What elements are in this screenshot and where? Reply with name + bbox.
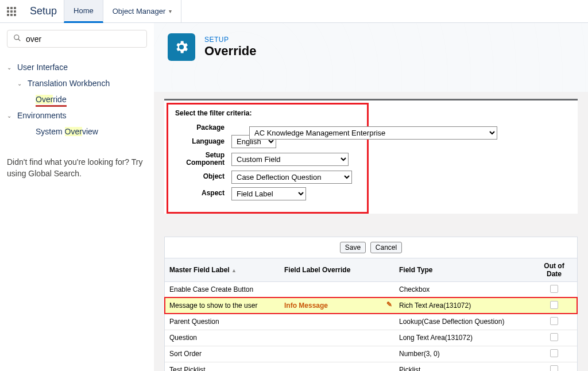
table-row[interactable]: QuestionLong Text Area(131072) xyxy=(165,330,577,346)
package-label: Package xyxy=(175,124,231,132)
language-label: Language xyxy=(175,138,231,145)
col-master[interactable]: Master Field Label xyxy=(169,266,230,274)
cell-type: Number(3, 0) xyxy=(394,346,531,362)
cell-ood xyxy=(531,330,577,346)
sidebar-item-override[interactable]: Override xyxy=(7,91,147,107)
table-row[interactable]: Enable Case Create ButtonCheckbox xyxy=(165,281,577,297)
search-input[interactable] xyxy=(26,34,141,44)
page-title: Override xyxy=(204,44,257,59)
cell-type: Long Text Area(131072) xyxy=(394,330,531,346)
sidebar: ⌄User Interface⌄Translation WorkbenchOve… xyxy=(0,23,154,371)
search-icon xyxy=(13,34,21,44)
table-row[interactable]: Sort OrderNumber(3, 0) xyxy=(165,346,577,362)
checkbox-icon xyxy=(550,365,558,371)
cell-ood xyxy=(531,346,577,362)
object-label: Object xyxy=(175,173,231,180)
cell-ood xyxy=(531,281,577,297)
top-bar: Setup Home Object Manager▾ xyxy=(0,0,588,23)
save-button[interactable]: Save xyxy=(340,242,366,253)
sidebar-item-label: User Interface xyxy=(17,63,68,72)
col-ood[interactable]: Out of Date xyxy=(531,258,577,281)
setup-component-select[interactable]: Custom Field xyxy=(231,153,349,166)
table-row[interactable]: Test PicklistPicklist xyxy=(165,362,577,371)
cell-override[interactable] xyxy=(280,330,394,346)
cell-override[interactable] xyxy=(280,346,394,362)
tab-home[interactable]: Home xyxy=(64,0,103,23)
sidebar-item-label: System Overview xyxy=(36,127,98,136)
package-select[interactable]: AC Knowledge Management Enterprise xyxy=(249,126,497,140)
sidebar-item-user-interface[interactable]: ⌄User Interface xyxy=(7,59,147,75)
page-header: SETUP Override xyxy=(168,33,574,61)
svg-line-1 xyxy=(18,39,21,41)
edit-icon[interactable]: ✎ xyxy=(386,300,392,308)
cell-ood xyxy=(531,297,577,314)
cell-master: Message to show to the user xyxy=(165,297,280,314)
checkbox-icon xyxy=(550,301,558,309)
table-row[interactable]: Message to show to the userInfo Message✎… xyxy=(165,297,577,314)
cell-type: Picklist xyxy=(394,362,531,371)
aspect-select[interactable]: Field Label xyxy=(231,187,306,200)
cell-override[interactable]: Info Message✎ xyxy=(280,297,394,314)
gear-icon xyxy=(168,33,195,61)
sidebar-item-label: Environments xyxy=(17,111,67,120)
cell-master: Sort Order xyxy=(165,346,280,362)
page-eyebrow: SETUP xyxy=(204,36,257,44)
cell-master: Enable Case Create Button xyxy=(165,281,280,297)
app-launcher-icon[interactable] xyxy=(0,7,23,16)
cell-ood xyxy=(531,362,577,371)
sidebar-item-translation-workbench[interactable]: ⌄Translation Workbench xyxy=(7,75,147,91)
tab-label: Object Manager xyxy=(113,7,166,16)
sidebar-item-system-overview[interactable]: System Overview xyxy=(7,123,147,140)
no-result-text: Didn't find what you're looking for? Try… xyxy=(7,157,147,179)
chevron-down-icon: ⌄ xyxy=(7,64,15,71)
col-override[interactable]: Field Label Override xyxy=(280,258,394,281)
svg-point-0 xyxy=(14,35,19,40)
sidebar-item-environments[interactable]: ⌄Environments xyxy=(7,107,147,123)
content-area: SETUP Override Select the filter criteri… xyxy=(154,23,588,371)
cancel-button[interactable]: Cancel xyxy=(370,242,402,253)
filter-title: Select the filter criteria: xyxy=(175,109,360,117)
setup-search[interactable] xyxy=(7,30,147,48)
checkbox-icon xyxy=(550,333,558,341)
object-select[interactable]: Case Deflection Question xyxy=(231,171,352,184)
sidebar-item-label: Override xyxy=(36,95,67,104)
setup-component-label: Setup Component xyxy=(175,152,231,167)
results-table: Save Cancel Master Field Label ▲ Field L… xyxy=(164,237,578,371)
checkbox-icon xyxy=(550,285,558,293)
cell-type: Rich Text Area(131072) xyxy=(394,297,531,314)
chevron-down-icon: ▾ xyxy=(169,8,172,14)
sort-asc-icon: ▲ xyxy=(231,268,237,273)
aspect-label: Aspect xyxy=(175,190,231,197)
tab-label: Home xyxy=(74,6,94,15)
cell-master: Test Picklist xyxy=(165,362,280,371)
col-type[interactable]: Field Type xyxy=(394,258,531,281)
cell-master: Question xyxy=(165,330,280,346)
chevron-down-icon: ⌄ xyxy=(7,113,15,119)
checkbox-icon xyxy=(550,317,558,325)
filter-criteria-box: Select the filter criteria: Package Lang… xyxy=(167,103,369,214)
cell-override[interactable] xyxy=(280,314,394,330)
tab-object-manager[interactable]: Object Manager▾ xyxy=(103,0,182,23)
cell-override[interactable] xyxy=(280,281,394,297)
sidebar-item-label: Translation Workbench xyxy=(28,79,110,88)
cell-type: Lookup(Case Deflection Question) xyxy=(394,314,531,330)
cell-master: Parent Question xyxy=(165,314,280,330)
cell-override[interactable] xyxy=(280,362,394,371)
app-title: Setup xyxy=(23,5,64,17)
table-row[interactable]: Parent QuestionLookup(Case Deflection Qu… xyxy=(165,314,577,330)
cell-ood xyxy=(531,314,577,330)
cell-type: Checkbox xyxy=(394,281,531,297)
setup-tree: ⌄User Interface⌄Translation WorkbenchOve… xyxy=(7,59,147,140)
chevron-down-icon: ⌄ xyxy=(17,80,25,87)
checkbox-icon xyxy=(550,349,558,357)
